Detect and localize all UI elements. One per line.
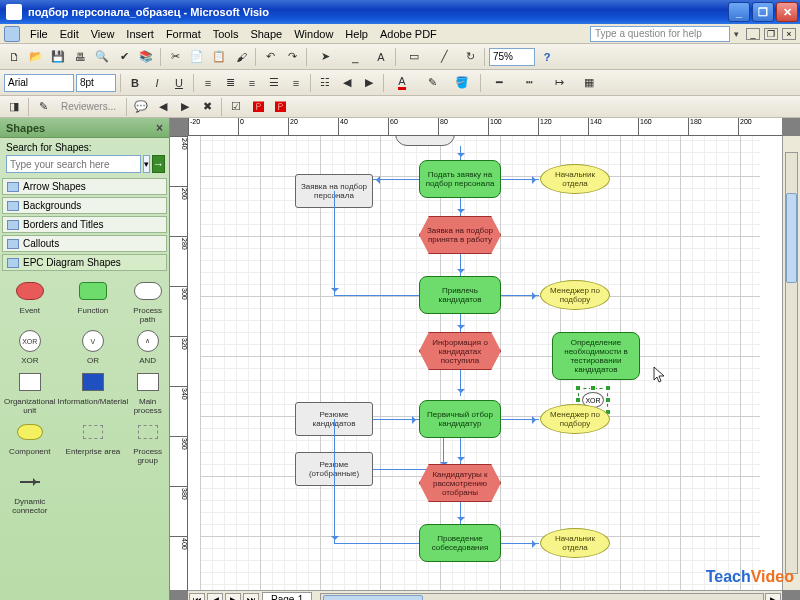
delete-comment-button[interactable]: ✖: [197, 97, 217, 117]
mdi-close[interactable]: ×: [782, 28, 796, 40]
cut-button[interactable]: ✂: [165, 47, 185, 67]
connector[interactable]: [460, 198, 461, 216]
menu-file[interactable]: File: [24, 26, 54, 42]
print-preview-button[interactable]: 🔍: [92, 47, 112, 67]
connector-tool[interactable]: ⎯: [341, 47, 369, 67]
shape-event[interactable]: Заявка на подбор принята в работу: [419, 216, 501, 254]
ruler-vertical[interactable]: 240260280300320340360380400: [170, 136, 188, 590]
tab-last[interactable]: ⏭: [243, 593, 259, 601]
open-button[interactable]: 📂: [26, 47, 46, 67]
increase-indent-button[interactable]: ▶: [359, 73, 379, 93]
menu-format[interactable]: Format: [160, 26, 207, 42]
hscroll-thumb[interactable]: [323, 595, 423, 601]
menu-shape[interactable]: Shape: [244, 26, 288, 42]
pointer-tool[interactable]: ➤: [311, 47, 339, 67]
bullets-button[interactable]: ☷: [315, 73, 335, 93]
horizontal-scrollbar[interactable]: [320, 593, 764, 601]
shape-master[interactable]: Organizational unit: [4, 369, 56, 415]
italic-button[interactable]: I: [147, 73, 167, 93]
font-color-button[interactable]: A: [388, 73, 416, 93]
line-color-button[interactable]: ✎: [418, 73, 446, 93]
line-ends-button[interactable]: ↦: [545, 73, 573, 93]
menu-help[interactable]: Help: [339, 26, 374, 42]
line-tool[interactable]: ╱: [430, 47, 458, 67]
hscroll-right[interactable]: ▶: [765, 593, 781, 601]
pdf-button[interactable]: 🅿: [248, 97, 268, 117]
shape-master[interactable]: VOR: [58, 328, 129, 365]
menu-tools[interactable]: Tools: [207, 26, 245, 42]
shape-master[interactable]: Enterprise area: [58, 419, 129, 465]
font-name-combo[interactable]: Arial: [4, 74, 74, 92]
shape-top-arc[interactable]: [395, 136, 455, 146]
connector[interactable]: [373, 419, 419, 420]
help-search-input[interactable]: Type a question for help: [590, 26, 730, 42]
research-button[interactable]: 📚: [136, 47, 156, 67]
stencil-backgrounds[interactable]: Backgrounds: [2, 197, 167, 214]
next-comment-button[interactable]: ▶: [175, 97, 195, 117]
connector[interactable]: [373, 179, 419, 180]
shape-org-unit[interactable]: Начальник отдела: [540, 164, 610, 194]
visio-icon[interactable]: [4, 26, 20, 42]
mdi-restore[interactable]: ❐: [764, 28, 778, 40]
line-pattern-button[interactable]: ┅: [515, 73, 543, 93]
fill-color-button[interactable]: 🪣: [448, 73, 476, 93]
shape-master[interactable]: Main process: [130, 369, 165, 415]
ink-button[interactable]: ✎: [33, 97, 53, 117]
shapes-panel-close[interactable]: ×: [156, 121, 163, 135]
underline-button[interactable]: U: [169, 73, 189, 93]
track-button[interactable]: ☑: [226, 97, 246, 117]
connector[interactable]: [334, 191, 335, 295]
maximize-button[interactable]: ❐: [752, 2, 774, 22]
copy-button[interactable]: 📄: [187, 47, 207, 67]
connector[interactable]: [460, 502, 461, 524]
shape-function[interactable]: Подать заявку на подбор персонала: [419, 160, 501, 198]
drawing-page[interactable]: Подать заявку на подбор персонала Началь…: [200, 136, 760, 590]
comment-button[interactable]: 💬: [131, 97, 151, 117]
pdf-2-button[interactable]: 🅿: [270, 97, 290, 117]
shape-function[interactable]: Первичный отбор кандидатур: [419, 400, 501, 438]
connector[interactable]: [460, 314, 461, 332]
redo-button[interactable]: ↷: [282, 47, 302, 67]
search-shapes-input[interactable]: [6, 155, 141, 173]
connector[interactable]: [460, 438, 461, 464]
reviewers-dropdown[interactable]: Reviewers...: [55, 101, 122, 112]
align-left-button[interactable]: ≡: [198, 73, 218, 93]
save-button[interactable]: 💾: [48, 47, 68, 67]
mdi-minimize[interactable]: _: [746, 28, 760, 40]
connector[interactable]: [501, 295, 539, 296]
align-right-button[interactable]: ≡: [242, 73, 262, 93]
new-button[interactable]: 🗋: [4, 47, 24, 67]
menu-window[interactable]: Window: [288, 26, 339, 42]
menu-edit[interactable]: Edit: [54, 26, 85, 42]
text-tool[interactable]: A: [371, 47, 391, 67]
shape-master[interactable]: Process group: [130, 419, 165, 465]
search-dropdown[interactable]: ▾: [143, 155, 150, 173]
paste-button[interactable]: 📋: [209, 47, 229, 67]
shape-master[interactable]: Component: [4, 419, 56, 465]
show-markup-button[interactable]: ◨: [4, 97, 24, 117]
connector[interactable]: [334, 419, 335, 543]
shape-master[interactable]: Process path: [130, 278, 165, 324]
vscroll-thumb[interactable]: [786, 193, 797, 283]
shape-org-unit[interactable]: Менеджер по подбору: [540, 404, 610, 434]
shape-function-selected[interactable]: Определение необходимости в тестировании…: [552, 332, 640, 380]
zoom-combo[interactable]: 75%: [489, 48, 535, 66]
search-go-button[interactable]: →: [152, 155, 165, 173]
decrease-indent-button[interactable]: ◀: [337, 73, 357, 93]
ruler-horizontal[interactable]: -20020406080100120140160180200: [188, 118, 782, 136]
connector[interactable]: [460, 370, 461, 396]
connector[interactable]: [501, 543, 539, 544]
shape-org-unit[interactable]: Начальник отдела: [540, 528, 610, 558]
tab-next[interactable]: ▶: [225, 593, 241, 601]
rotate-tool[interactable]: ↻: [460, 47, 480, 67]
shadow-button[interactable]: ▦: [575, 73, 603, 93]
shape-event[interactable]: Информация о кандидатах поступила: [419, 332, 501, 370]
close-button[interactable]: ✕: [776, 2, 798, 22]
align-center-button[interactable]: ≣: [220, 73, 240, 93]
stencil-epc[interactable]: EPC Diagram Shapes: [2, 254, 167, 271]
shape-master[interactable]: Dynamic connector: [4, 469, 56, 515]
spell-button[interactable]: ✔: [114, 47, 134, 67]
bold-button[interactable]: B: [125, 73, 145, 93]
font-size-combo[interactable]: 8pt: [76, 74, 116, 92]
connector[interactable]: [460, 146, 461, 160]
